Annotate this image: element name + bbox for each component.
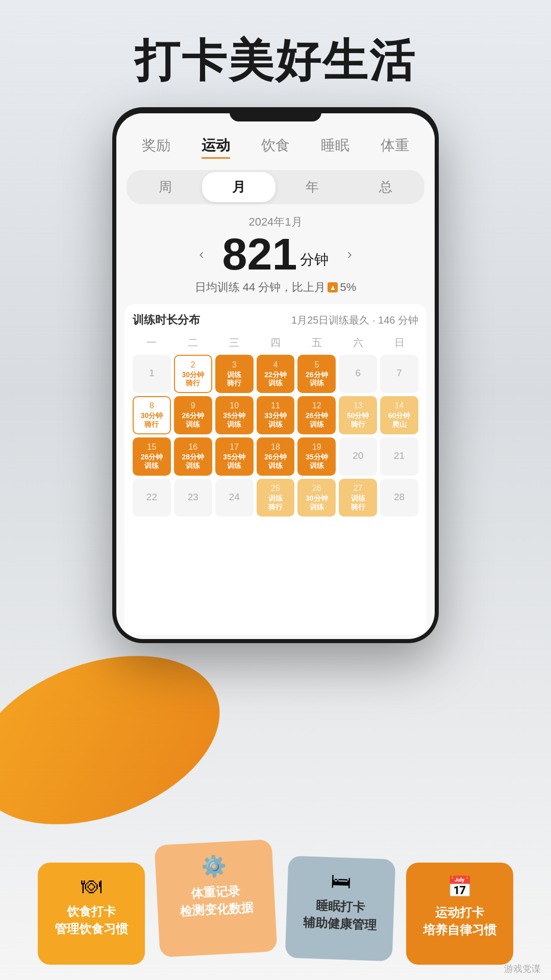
day-11: 11 33分钟训练 [257,396,295,434]
day-header-wed: 三 [215,334,254,352]
day-header-tue: 二 [174,334,212,352]
day-22: 22 [133,479,171,517]
watermark: 游戏党谍 [504,963,541,975]
card-exercise: 📅 运动打卡培养自律习惯 [406,863,513,965]
calendar-subtitle: 1月25日训练最久 · 146 分钟 [291,313,418,327]
day-12: 12 26分钟训练 [297,396,336,434]
stats-trend-pct: 5% [340,281,356,294]
day-5: 5 26分钟训练 [297,355,336,393]
day-27: 27 训练骑行 [339,479,377,517]
feature-cards: 🍽 饮食打卡管理饮食习惯 ⚙️ 体重记录检测变化数据 🛏 睡眠打卡辅助健康管理 … [0,852,551,965]
stats-main: 821 分钟 [222,232,329,277]
food-card-text: 饮食打卡管理饮食习惯 [55,903,128,937]
card-food: 🍽 饮食打卡管理饮食习惯 [38,863,145,965]
card-sleep: 🛏 睡眠打卡辅助健康管理 [285,855,396,961]
prev-arrow[interactable]: ‹ [191,242,212,266]
week-3: 15 26分钟训练 16 28分钟训练 17 35分钟训练 18 26分钟训练 … [133,437,418,476]
trend-icon: ▲ [328,282,338,292]
bg-decoration [0,625,243,856]
period-week[interactable]: 周 [129,172,202,202]
day-4: 4 22分钟训练 [257,355,295,393]
weight-card-text: 体重记录检测变化数据 [179,881,254,920]
day-20: 20 [339,437,377,476]
calendar-day-headers: 一 二 三 四 五 六 日 [133,334,418,352]
tab-reward[interactable]: 奖励 [142,134,170,159]
day-header-mon: 一 [133,334,171,352]
card-weight: ⚙️ 体重记录检测变化数据 [154,839,277,958]
calendar-header: 训练时长分布 1月25日训练最久 · 146 分钟 [133,312,418,328]
calendar-title: 训练时长分布 [133,312,200,328]
stats-number: 821 [222,232,297,277]
next-arrow[interactable]: › [339,242,360,266]
calendar-section: 训练时长分布 1月25日训练最久 · 146 分钟 一 二 三 四 五 六 日 … [124,304,427,635]
day-header-fri: 五 [297,334,336,352]
day-header-sat: 六 [339,334,377,352]
week-2: 8 30分钟骑行 9 26分钟训练 10 35分钟训练 11 33分钟训练 12 [133,396,418,434]
stats-date: 2024年1月 [116,214,435,230]
day-9: 9 26分钟训练 [174,396,212,434]
main-title: 打卡美好生活 [0,31,551,91]
phone-screen: 奖励 运动 饮食 睡眠 体重 周 月 年 总 2024年1月 ‹ 821 分钟 … [116,113,435,639]
day-3: 3 训练骑行 [215,355,254,393]
stats-sub: 日均训练 44 分钟，比上月 ▲ 5% [116,277,435,298]
day-6: 6 [339,355,377,393]
week-4: 22 23 24 25 训练骑行 26 30分钟训练 27 [133,479,418,517]
sleep-card-text: 睡眠打卡辅助健康管理 [303,897,377,934]
day-13: 13 50分钟骑行 [339,396,377,434]
weight-icon: ⚙️ [201,854,228,879]
food-icon: 🍽 [81,875,102,898]
phone-mockup: 奖励 运动 饮食 睡眠 体重 周 月 年 总 2024年1月 ‹ 821 分钟 … [112,107,439,643]
tab-sleep[interactable]: 睡眠 [321,134,349,159]
day-15: 15 26分钟训练 [133,437,171,476]
day-16: 16 28分钟训练 [174,437,212,476]
tab-food[interactable]: 饮食 [261,134,290,159]
sleep-icon: 🛏 [331,869,352,893]
exercise-card-text: 运动打卡培养自律习惯 [423,904,496,938]
day-24: 24 [215,479,254,517]
tab-weight[interactable]: 体重 [381,134,409,159]
day-14: 14 60分钟爬山 [380,396,418,434]
day-10: 10 35分钟训练 [215,396,254,434]
period-total[interactable]: 总 [349,172,422,202]
day-header-sun: 日 [380,334,418,352]
period-year[interactable]: 年 [276,172,349,202]
day-19: 19 35分钟训练 [297,437,336,476]
period-selector: 周 月 年 总 [127,170,424,204]
stats-sub-text: 日均训练 44 分钟，比上月 [195,280,326,295]
day-17: 17 35分钟训练 [215,437,254,476]
stats-unit: 分钟 [300,250,329,270]
day-2: 2 30分钟骑行 [174,355,212,393]
exercise-icon: 📅 [447,875,472,899]
phone-notch [230,107,321,121]
day-1: 1 [133,355,171,393]
day-21: 21 [380,437,418,476]
day-28: 28 [380,479,418,517]
day-26: 26 30分钟训练 [297,479,336,517]
week-1: 1 2 30分钟骑行 3 训练骑行 4 22分钟训练 5 26分钟训练 [133,355,418,393]
tab-exercise[interactable]: 运动 [202,134,230,159]
day-7: 7 [380,355,418,393]
day-25: 25 训练骑行 [257,479,295,517]
day-header-thu: 四 [257,334,295,352]
stats-area: 2024年1月 ‹ 821 分钟 › 日均训练 44 分钟，比上月 ▲ 5% [116,209,435,300]
stats-nav: ‹ 821 分钟 › [116,232,435,277]
day-18: 18 26分钟训练 [257,437,295,476]
day-23: 23 [174,479,212,517]
day-8: 8 30分钟骑行 [133,396,171,434]
period-month[interactable]: 月 [202,172,276,202]
